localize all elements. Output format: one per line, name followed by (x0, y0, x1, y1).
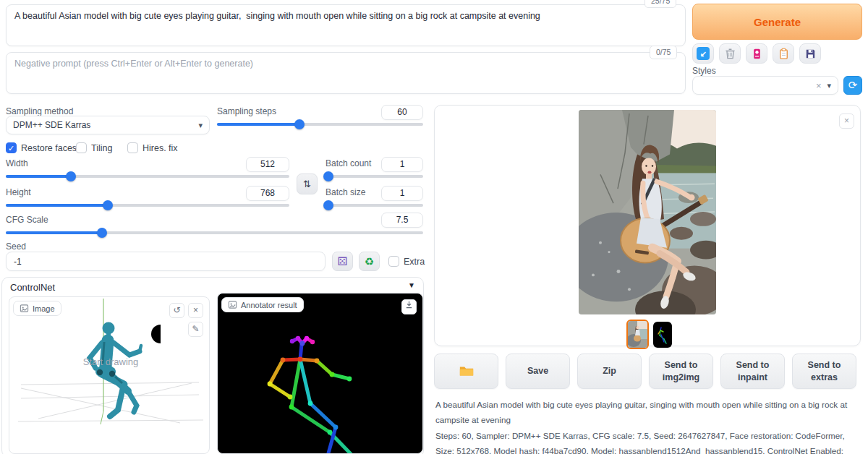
checkbox-empty (127, 142, 138, 153)
prompt-input[interactable]: A beautiful Asian model with big cute ey… (6, 4, 686, 46)
generation-info-params: Steps: 60, Sampler: DPM++ SDE Karras, CF… (435, 428, 862, 454)
height-slider[interactable] (6, 200, 289, 210)
chevron-down-icon: ▾ (827, 81, 831, 90)
swap-width-height-button[interactable]: ⇅ (297, 174, 318, 194)
clipboard-icon (777, 47, 791, 61)
start-drawing-hint: Start drawing (53, 356, 169, 367)
send-to-img2img-button[interactable]: Send to img2img (649, 354, 713, 389)
folder-icon (459, 365, 475, 377)
sampling-method-value: DPM++ SDE Karras (13, 120, 90, 130)
extra-networks-card-icon (750, 47, 764, 61)
controlnet-accordion-header[interactable]: ControlNet (10, 282, 55, 293)
openpose-skeleton (218, 294, 423, 454)
send-to-img2img-label: Send to img2img (652, 359, 710, 384)
styles-label: Styles (692, 66, 716, 76)
recycle-icon: ♻ (365, 255, 374, 268)
batch-size-label: Batch size (326, 187, 365, 197)
extra-networks-button[interactable] (746, 43, 767, 64)
floppy-disk-icon (804, 47, 817, 61)
controlnet-annotator-result[interactable]: Annotator result (217, 293, 423, 454)
image-icon (20, 304, 29, 313)
generated-image-scene (579, 110, 716, 314)
undo-icon: ↺ (173, 305, 180, 315)
extra-seed-checkbox[interactable]: Extra (388, 256, 425, 267)
thumbnail-photo-mini (628, 321, 647, 348)
swap-icon: ⇅ (303, 179, 311, 189)
sampling-steps-input[interactable]: 60 (381, 105, 423, 120)
zip-button[interactable]: Zip (577, 354, 642, 389)
annotator-result-label: Annotator result (241, 301, 297, 309)
sampling-method-dropdown[interactable]: DPM++ SDE Karras ▾ (6, 116, 210, 134)
chevron-down-icon: ▾ (198, 121, 203, 130)
sampling-steps-slider[interactable] (217, 119, 423, 129)
cfg-scale-input[interactable]: 7.5 (381, 213, 423, 228)
batch-count-slider[interactable] (326, 171, 423, 181)
generate-label: Generate (754, 16, 801, 28)
save-label: Save (527, 365, 548, 377)
height-input[interactable]: 768 (246, 186, 289, 201)
send-to-extras-label: Send to extras (796, 359, 853, 384)
checkbox-check-icon: ✓ (6, 142, 17, 153)
save-style-button[interactable] (799, 43, 821, 64)
edit-brush-button[interactable]: ✎ (188, 322, 203, 337)
close-preview-button[interactable]: × (839, 113, 854, 129)
send-to-inpaint-label: Send to inpaint (724, 359, 781, 384)
collapse-arrow-icon[interactable]: ▼ (408, 281, 415, 289)
controlnet-title: ControlNet (10, 282, 55, 293)
negative-prompt-input[interactable] (6, 52, 686, 94)
batch-count-label: Batch count (326, 158, 371, 168)
random-seed-button[interactable]: ⚄ (332, 252, 353, 271)
txt2img-screen: A beautiful Asian model with big cute ey… (0, 0, 868, 454)
reuse-seed-button[interactable]: ♻ (359, 252, 380, 271)
width-input[interactable]: 512 (246, 157, 289, 172)
dice-icon: ⚄ (338, 254, 348, 268)
send-to-extras-button[interactable]: Send to extras (792, 354, 856, 389)
restore-faces-checkbox[interactable]: ✓ Restore faces (6, 142, 77, 153)
seed-label: Seed (6, 241, 26, 252)
close-icon: × (193, 305, 198, 315)
styles-dropdown[interactable]: × ▾ (692, 76, 838, 95)
batch-size-input[interactable]: 1 (381, 186, 423, 201)
send-to-inpaint-button[interactable]: Send to inpaint (720, 354, 785, 389)
gallery-thumbnail-pose[interactable] (653, 322, 672, 348)
generate-button[interactable]: Generate (692, 4, 862, 40)
undo-button[interactable]: ↺ (169, 303, 184, 318)
height-label: Height (6, 187, 31, 197)
image-tab-chip: Image (13, 301, 61, 316)
extra-label: Extra (404, 257, 425, 267)
controlnet-image-canvas[interactable]: Image ↺ × ✎ Start drawing (9, 296, 210, 454)
tiling-checkbox[interactable]: Tiling (76, 142, 112, 153)
save-button[interactable]: Save (506, 354, 570, 389)
refresh-icon: ⟳ (848, 79, 858, 92)
generated-image[interactable] (579, 110, 716, 314)
batch-count-input[interactable]: 1 (381, 157, 423, 172)
sampling-steps-label: Sampling steps (217, 106, 276, 116)
clear-image-button[interactable]: × (188, 303, 203, 318)
refresh-styles-button[interactable]: ⟳ (843, 76, 862, 95)
checkbox-empty (76, 142, 87, 153)
hires-fix-label: Hires. fix (142, 143, 178, 153)
checkbox-empty (388, 256, 399, 267)
width-label: Width (6, 158, 28, 168)
generation-info-prompt: A beautiful Asian model with big cute ey… (435, 397, 862, 428)
close-icon: × (844, 116, 849, 126)
open-folder-button[interactable] (434, 354, 498, 389)
clear-prompt-button[interactable] (719, 43, 741, 64)
cfg-scale-slider[interactable] (6, 228, 423, 238)
seed-input[interactable]: -1 (6, 252, 326, 271)
download-annotator-button[interactable] (401, 299, 417, 314)
sampling-method-label: Sampling method (6, 106, 73, 116)
styles-clear-icon[interactable]: × (816, 80, 822, 91)
restore-faces-label: Restore faces (21, 143, 77, 153)
gallery-thumbnail-photo[interactable] (626, 320, 649, 349)
hires-fix-checkbox[interactable]: Hires. fix (127, 142, 178, 153)
tiling-label: Tiling (91, 143, 112, 153)
batch-size-slider[interactable] (326, 200, 423, 210)
width-slider[interactable] (6, 171, 289, 181)
image-icon (228, 300, 237, 309)
annotator-result-chip: Annotator result (221, 297, 304, 312)
paste-params-button[interactable]: ↙ (692, 43, 714, 64)
cfg-scale-label: CFG Scale (6, 215, 48, 225)
zip-label: Zip (603, 365, 616, 377)
apply-style-button[interactable] (773, 43, 794, 64)
